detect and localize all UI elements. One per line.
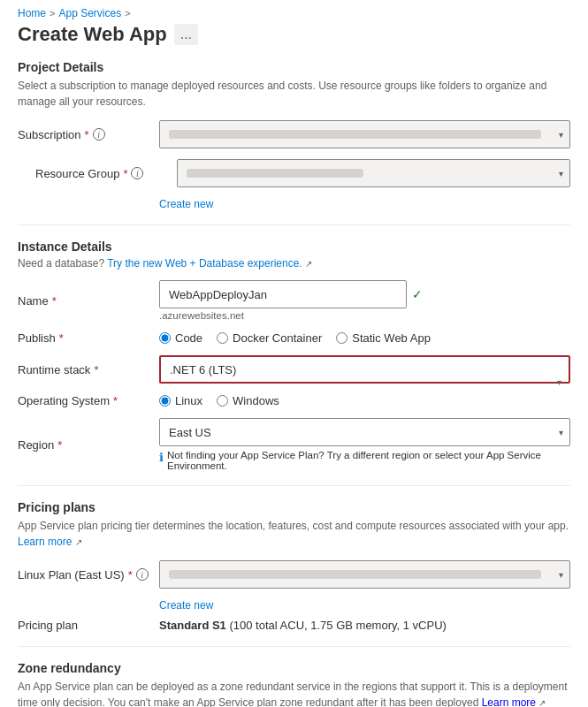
- linux-plan-select[interactable]: [159, 560, 570, 589]
- region-info-dot: ℹ: [159, 451, 164, 464]
- os-linux-radio[interactable]: [159, 395, 171, 407]
- region-label: Region *: [18, 438, 159, 452]
- rg-info-icon[interactable]: i: [131, 167, 143, 179]
- runtime-select[interactable]: .NET 6 (LTS): [161, 357, 557, 382]
- resource-group-label: Resource Group * i: [35, 167, 177, 180]
- divider-2: [18, 485, 570, 486]
- rg-create-new-link[interactable]: Create new: [159, 198, 570, 210]
- os-windows-option[interactable]: Windows: [217, 394, 279, 407]
- publish-docker-option[interactable]: Docker Container: [217, 331, 322, 345]
- project-details-title: Project Details: [18, 60, 570, 74]
- divider-3: [18, 646, 570, 647]
- project-details-desc: Select a subscription to manage deployed…: [18, 78, 570, 110]
- runtime-required: *: [94, 363, 98, 376]
- breadcrumb-home[interactable]: Home: [18, 7, 46, 19]
- subscription-control: ▾: [159, 120, 570, 148]
- zone-redundancy-desc: An App Service plan can be deployed as a…: [18, 679, 570, 707]
- resource-group-control: ▾: [177, 159, 570, 187]
- zone-learn-more-link[interactable]: Learn more: [482, 696, 536, 707]
- region-note-text: Not finding your App Service Plan? Try a…: [167, 450, 570, 471]
- os-linux-label: Linux: [175, 394, 202, 407]
- publish-static-option[interactable]: Static Web App: [336, 331, 431, 345]
- pricing-plan-name: Standard S1: [159, 619, 226, 632]
- region-required: *: [57, 438, 62, 452]
- pricing-plan-details: (100 total ACU, 1.75 GB memory, 1 vCPU): [229, 619, 446, 632]
- resource-group-row: Resource Group * i ▾: [35, 159, 570, 187]
- linux-plan-info-icon[interactable]: i: [136, 568, 149, 581]
- subscription-select-wrapper: ▾: [159, 120, 570, 148]
- linux-plan-select-wrapper: ▾: [159, 560, 570, 589]
- region-note: ℹ Not finding your App Service Plan? Try…: [159, 450, 570, 471]
- subscription-select[interactable]: [159, 120, 570, 148]
- publish-code-option[interactable]: Code: [159, 331, 202, 345]
- name-control: ✓ .azurewebsites.net: [159, 280, 570, 321]
- page-title-row: Create Web App ...: [18, 23, 570, 46]
- pricing-learn-more-icon: ↗: [75, 537, 82, 547]
- publish-control: Code Docker Container Static Web App: [159, 331, 570, 345]
- breadcrumb: Home > App Services >: [18, 0, 570, 23]
- name-input[interactable]: [159, 280, 407, 308]
- publish-label: Publish *: [18, 331, 159, 345]
- name-label: Name *: [18, 294, 159, 308]
- publish-radio-group: Code Docker Container Static Web App: [159, 331, 570, 345]
- breadcrumb-sep1: >: [50, 8, 55, 19]
- publish-static-label: Static Web App: [352, 331, 431, 345]
- runtime-control: .NET 6 (LTS) ▾: [159, 355, 570, 384]
- runtime-chevron-icon: ▾: [557, 377, 561, 387]
- os-row: Operating System * Linux Windows: [18, 394, 570, 407]
- linux-plan-row: Linux Plan (East US) * i ▾: [18, 560, 570, 589]
- publish-code-radio[interactable]: [159, 332, 171, 344]
- zone-learn-more-icon: ↗: [538, 698, 546, 707]
- publish-static-radio[interactable]: [336, 332, 347, 344]
- linux-plan-required: *: [128, 568, 133, 582]
- divider-1: [18, 224, 570, 225]
- region-control: East US ▾ ℹ Not finding your App Service…: [159, 418, 570, 471]
- publish-required: *: [59, 331, 64, 345]
- rg-blur: [187, 169, 363, 178]
- publish-row: Publish * Code Docker Container Static W…: [18, 331, 570, 345]
- database-link[interactable]: Try the new Web + Database experience.: [107, 257, 302, 270]
- breadcrumb-app-services[interactable]: App Services: [58, 7, 121, 19]
- linux-plan-control: ▾: [159, 560, 570, 589]
- os-required: *: [113, 394, 118, 407]
- subscription-blur: [169, 130, 541, 139]
- linux-plan-blur: [169, 570, 541, 579]
- os-windows-radio[interactable]: [217, 395, 228, 407]
- os-control: Linux Windows: [159, 394, 570, 407]
- ellipsis-button[interactable]: ...: [174, 24, 198, 45]
- pricing-plans-title: Pricing plans: [18, 500, 570, 514]
- publish-docker-label: Docker Container: [233, 331, 322, 345]
- region-row: Region * East US ▾ ℹ Not finding your Ap…: [18, 418, 570, 471]
- rg-select-wrapper: ▾: [177, 159, 570, 187]
- subscription-info-icon[interactable]: i: [93, 128, 105, 141]
- linux-plan-create-new-link[interactable]: Create new: [159, 599, 570, 612]
- pricing-plan-label: Pricing plan: [18, 619, 159, 632]
- linux-plan-label: Linux Plan (East US) * i: [18, 568, 159, 582]
- instance-details-title: Instance Details: [18, 239, 570, 254]
- publish-docker-radio[interactable]: [217, 332, 228, 344]
- name-suffix: .azurewebsites.net: [159, 310, 570, 321]
- region-select-wrapper: East US ▾: [159, 418, 570, 446]
- runtime-select-wrapper: .NET 6 (LTS) ▾: [159, 355, 570, 384]
- region-select[interactable]: East US: [159, 418, 570, 446]
- subscription-required: *: [85, 128, 89, 141]
- runtime-row: Runtime stack * .NET 6 (LTS) ▾: [18, 355, 570, 384]
- os-label: Operating System *: [18, 394, 159, 407]
- os-windows-label: Windows: [233, 394, 279, 407]
- os-radio-group: Linux Windows: [159, 394, 570, 407]
- subscription-label: Subscription * i: [18, 128, 159, 141]
- name-check-icon: ✓: [412, 287, 423, 301]
- instance-details-db-prompt: Need a database? Try the new Web + Datab…: [18, 257, 570, 270]
- name-required: *: [52, 294, 57, 308]
- pricing-plan-value: Standard S1 (100 total ACU, 1.75 GB memo…: [159, 619, 570, 632]
- rg-select[interactable]: [177, 159, 570, 187]
- external-link-icon: ↗: [305, 259, 312, 269]
- name-input-wrapper: ✓: [159, 280, 570, 308]
- page-title: Create Web App: [18, 23, 167, 46]
- pricing-note: App Service plan pricing tier determines…: [18, 518, 570, 550]
- name-row: Name * ✓ .azurewebsites.net: [18, 280, 570, 321]
- os-linux-option[interactable]: Linux: [159, 394, 202, 407]
- pricing-learn-more-link[interactable]: Learn more: [18, 536, 72, 548]
- rg-required: *: [123, 167, 127, 180]
- zone-redundancy-title: Zone redundancy: [18, 661, 570, 675]
